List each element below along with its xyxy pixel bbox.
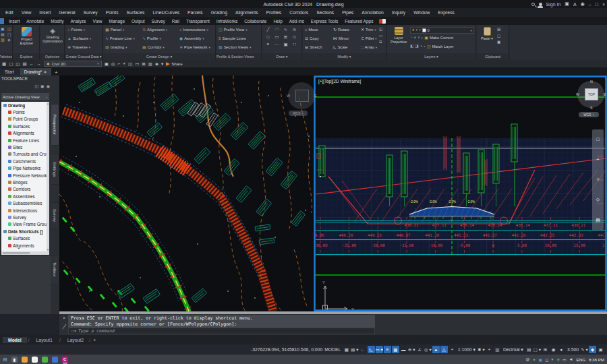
viewcube-north[interactable]: N [590, 80, 593, 84]
taskbar-app-icon[interactable] [32, 357, 38, 363]
tray-icon[interactable]: ✦ [533, 357, 536, 362]
status-icon[interactable]: ◉ [550, 346, 557, 353]
tree-item[interactable]: Surfaces [1, 235, 47, 241]
toolspace-tab[interactable]: Prospector [51, 104, 59, 146]
viewcube-left[interactable]: W E [287, 81, 318, 112]
menu-item[interactable]: Grading [207, 10, 231, 15]
mirror-button[interactable]: ⋈Mirror [333, 36, 349, 40]
scale-button[interactable]: ◺Scale [333, 45, 347, 49]
workspace-dropdown[interactable]: ✱ Civil 3D ▾ [44, 61, 102, 67]
rib-tab[interactable]: View [90, 19, 106, 24]
menu-item[interactable]: Points [102, 10, 123, 15]
command-close-icon[interactable]: × [63, 315, 65, 320]
tree-item[interactable]: Turnouts and Crossov... [1, 151, 47, 158]
start-button[interactable]: ⊞ [3, 357, 7, 363]
tree-item[interactable]: Bridges [1, 179, 47, 185]
tray-icon[interactable]: ✳ [556, 357, 560, 362]
qat-icon-right[interactable]: ▥ [148, 61, 152, 67]
menu-item[interactable]: Sections [312, 10, 338, 15]
status-icon[interactable]: ▣ [597, 346, 604, 353]
taskbar-app-icon[interactable]: C [62, 357, 68, 363]
parcel-button[interactable]: ▦Parcel▾ [105, 28, 124, 32]
menu-item[interactable]: Express [434, 10, 459, 15]
copy-button[interactable]: ⊡Copy [305, 36, 319, 40]
traverse-button[interactable]: ⊕Traverse▾ [67, 45, 90, 49]
tree-item[interactable]: Corridors [1, 186, 47, 193]
clipboard-extra-icon[interactable]: ▣ [497, 40, 500, 44]
rib-tab[interactable]: Transparent [183, 19, 213, 24]
modify-extra-icon[interactable]: ⊟ [379, 40, 382, 44]
sign-in-button[interactable]: Sign In [546, 2, 561, 7]
toolspace-tab[interactable]: Toolbox [51, 255, 59, 284]
trim-button[interactable]: ✕Trim▾ [361, 28, 376, 32]
rib-tab[interactable]: Manage [106, 19, 129, 24]
status-icon[interactable]: ▢ ▾ [533, 346, 541, 353]
help-icon[interactable]: ◉ [581, 1, 585, 7]
draw-tool-icon[interactable]: ⊞ [281, 34, 290, 42]
menu-item[interactable]: Annotation [357, 10, 388, 15]
status-icon[interactable]: ▥ [494, 346, 501, 353]
viewport-label[interactable]: [+][Top][2D Wireframe] [318, 79, 361, 84]
isolate-value[interactable]: 3.500 [567, 347, 579, 352]
tree-item[interactable]: Sites [1, 144, 47, 150]
viewcube-west[interactable]: W [576, 92, 579, 96]
autodesk-a-icon[interactable]: A [573, 2, 577, 7]
menu-item[interactable]: Corridors [285, 10, 312, 15]
clipboard-extra-icons[interactable]: ▤▢▣ [497, 28, 500, 44]
panel-title-layers[interactable]: Layers ▾ [387, 53, 475, 60]
tray-icon[interactable]: ▣ [539, 357, 543, 362]
tray-icon[interactable]: @ [525, 357, 529, 361]
profile-button[interactable]: ∿Profile▾ [142, 36, 161, 40]
viewcube-top-face[interactable]: TOP [585, 88, 598, 100]
toolspace-toolbar-icon[interactable]: ▣ [40, 84, 45, 88]
share-button[interactable]: Share [166, 61, 183, 66]
toolspace-tab[interactable]: Survey [51, 202, 59, 229]
clipboard-extra-icon[interactable]: ▢ [497, 34, 500, 38]
sample-lines-button[interactable]: ≡Sample Lines [219, 36, 246, 40]
status-icon[interactable]: + [486, 346, 493, 353]
panel-title-draw[interactable]: Draw ▾ [262, 53, 301, 60]
restore-button[interactable]: □ [596, 2, 598, 7]
status-icon[interactable]: ✎ ▾ [581, 346, 588, 353]
surfaces-button[interactable]: ▲Surfaces▾ [67, 36, 91, 40]
draw-tool-icon[interactable]: □ [264, 34, 272, 42]
rib-tab[interactable]: Annotate [23, 19, 47, 24]
match-layer-button[interactable]: ◧◨◑◒ ◫Match Layer [410, 44, 454, 49]
status-icon[interactable]: ⊞ [542, 346, 549, 353]
command-recent-icon[interactable]: ▭▾ [71, 329, 76, 333]
status-icon[interactable]: ◺ [368, 346, 375, 353]
layout-tab[interactable]: Model [3, 337, 27, 343]
toolspace-toolbar-icon[interactable]: ◫ [34, 84, 38, 88]
language-indicator[interactable]: ENG [577, 357, 585, 362]
toolspace-tab[interactable]: Settings [51, 154, 59, 185]
active-tab-sliver[interactable] [0, 18, 4, 24]
menu-item[interactable]: Parcels [183, 10, 207, 15]
section-views-button[interactable]: ▥Section Views▾ [219, 45, 251, 49]
rib-tab[interactable]: Insert [5, 19, 23, 24]
rib-tab[interactable]: Featured Apps [341, 19, 376, 24]
menu-item[interactable]: Insert [35, 10, 55, 15]
qat-icon[interactable]: ▤ [22, 61, 26, 67]
tree-item[interactable]: Surfaces [1, 123, 47, 129]
tree-item[interactable]: Data Shortcuts [] [1, 228, 47, 235]
draw-tool-icon[interactable]: ◇ [290, 34, 299, 42]
qat-icon[interactable]: ◫ [16, 61, 20, 67]
status-icon[interactable]: ◆ [589, 346, 596, 353]
menu-item[interactable]: Edit [1, 10, 18, 15]
rib-tab[interactable]: Analyze [67, 19, 89, 24]
tree-item[interactable]: Assemblies [1, 193, 47, 200]
move-button[interactable]: +Move [305, 28, 318, 32]
command-input[interactable] [78, 328, 372, 334]
tree-hscrollbar[interactable] [1, 251, 49, 255]
status-icon[interactable]: + [449, 346, 456, 353]
annotation-scale[interactable]: 1:1000 ▾ [458, 347, 475, 353]
status-icon[interactable]: ▩ [392, 346, 399, 353]
model-space-toggle[interactable]: MODEL [324, 347, 341, 352]
menu-item[interactable]: Profiles [262, 10, 286, 15]
rib-tab[interactable]: Add-ins [286, 19, 308, 24]
menu-item[interactable]: View [18, 10, 36, 15]
panel-title-palettes[interactable]: Palettes [0, 53, 12, 60]
qat-icon-right[interactable]: ⌐ [117, 61, 120, 67]
tree-item[interactable]: Survey [1, 214, 47, 220]
toolspace-view-dropdown[interactable]: Active Drawing View⌄ [1, 93, 49, 100]
